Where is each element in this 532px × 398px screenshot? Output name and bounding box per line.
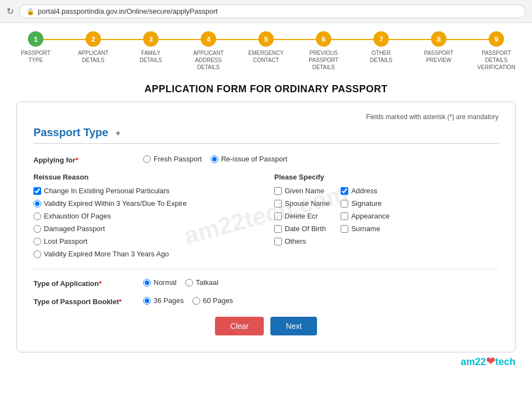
reissue-passport-label: Re-issue of Passport bbox=[221, 155, 287, 163]
url-text: portal4.passportindia.gov.in/Online/secu… bbox=[38, 7, 218, 15]
brand-tech: tech bbox=[495, 356, 516, 367]
specify-address-option[interactable]: Address bbox=[341, 187, 389, 195]
step-label-7: OTHER DETAILS bbox=[362, 49, 400, 64]
step-1: 1PASSPORT TYPE bbox=[16, 31, 55, 64]
step-8: 8PASSPORT PREVIEW bbox=[420, 31, 458, 64]
36pages-option[interactable]: 36 Pages bbox=[143, 296, 184, 305]
fresh-passport-radio[interactable] bbox=[143, 155, 151, 163]
step-circle-7: 7 bbox=[373, 31, 389, 47]
applying-for-label: Applying for* bbox=[33, 155, 132, 164]
step-9: 9PASSPORT DETAILS VERIFICATION bbox=[477, 31, 516, 71]
normal-option[interactable]: Normal bbox=[143, 278, 177, 287]
specify-delete-ecr-checkbox[interactable] bbox=[274, 212, 282, 220]
step-5: 5EMERGENCY CONTACT bbox=[247, 31, 285, 64]
specify-spouse-name-option[interactable]: Spouse Name bbox=[274, 199, 330, 208]
reissue-validity3plus-label: Validity Expired More Than 3 Years Ago bbox=[44, 250, 169, 258]
reissue-section: Reissue Reason Change In Existing Person… bbox=[33, 173, 499, 258]
next-button[interactable]: Next bbox=[270, 317, 317, 335]
type-application-row: Type of Application* Normal Tatkaal bbox=[33, 278, 499, 288]
reissue-damaged-radio[interactable] bbox=[33, 225, 41, 233]
reissue-validity3-label: Validity Expired Within 3 Years/Due To E… bbox=[44, 199, 186, 208]
form-card: Fields marked with asterisk (*) are mand… bbox=[16, 102, 516, 352]
step-circle-1: 1 bbox=[28, 31, 43, 47]
step-label-6: PREVIOUS PASSPORT DETAILS bbox=[304, 49, 343, 71]
specify-given-name-option[interactable]: Given Name bbox=[274, 187, 330, 195]
browser-bar: ↻ 🔒 portal4.passportindia.gov.in/Online/… bbox=[0, 0, 532, 23]
tatkaal-radio[interactable] bbox=[185, 279, 193, 287]
branding: am22❤tech bbox=[0, 352, 532, 372]
specify-date-of-birth-checkbox[interactable] bbox=[274, 225, 282, 233]
reissue-validity3-option[interactable]: Validity Expired Within 3 Years/Due To E… bbox=[33, 199, 258, 208]
specify-spouse-name-label: Spouse Name bbox=[285, 199, 330, 208]
step-3: 3FAMILY DETAILS bbox=[132, 31, 170, 64]
step-label-9: PASSPORT DETAILS VERIFICATION bbox=[477, 49, 516, 71]
specify-surname-label: Surname bbox=[351, 225, 380, 233]
reissue-change-option[interactable]: Change In Existing Personal Particulars bbox=[33, 187, 258, 195]
specify-appearance-label: Appearance bbox=[351, 212, 389, 220]
mandatory-note: Fields marked with asterisk (*) are mand… bbox=[33, 113, 499, 121]
60pages-label: 60 Pages bbox=[203, 296, 233, 305]
reissue-validity3plus-radio[interactable] bbox=[33, 250, 41, 258]
reissue-passport-radio[interactable] bbox=[211, 155, 218, 163]
reissue-damaged-option[interactable]: Damaged Passport bbox=[33, 225, 258, 233]
specify-spouse-name-checkbox[interactable] bbox=[274, 200, 282, 208]
reissue-lost-radio[interactable] bbox=[33, 238, 41, 245]
reissue-passport-option[interactable]: Re-issue of Passport bbox=[211, 155, 287, 163]
specify-address-checkbox[interactable] bbox=[341, 187, 348, 195]
reissue-validity3plus-option[interactable]: Validity Expired More Than 3 Years Ago bbox=[33, 250, 258, 258]
please-specify-column: Please Specify Given Name Spouse Name bbox=[274, 173, 499, 258]
reissue-lost-option[interactable]: Lost Passport bbox=[33, 237, 258, 245]
steps-track: 1PASSPORT TYPE2APPLICANT DETAILS3FAMILY … bbox=[11, 31, 521, 71]
step-4: 4APPLICANT ADDRESS DETAILS bbox=[189, 31, 228, 71]
normal-label: Normal bbox=[154, 278, 177, 287]
specify-address-label: Address bbox=[351, 187, 377, 195]
specify-others-label: Others bbox=[285, 237, 306, 245]
page-title: APPLICATION FORM FOR ORDINARY PASSPORT bbox=[0, 74, 532, 102]
reissue-reason-heading: Reissue Reason bbox=[33, 173, 258, 181]
reissue-damaged-label: Damaged Passport bbox=[44, 225, 105, 233]
reissue-reason-column: Reissue Reason Change In Existing Person… bbox=[33, 173, 258, 258]
specify-date-of-birth-option[interactable]: Date Of Birth bbox=[274, 225, 330, 233]
specify-date-of-birth-label: Date Of Birth bbox=[285, 225, 326, 233]
specify-others-checkbox[interactable] bbox=[274, 238, 282, 245]
clear-button[interactable]: Clear bbox=[215, 317, 264, 335]
reissue-exhaustion-label: Exhaustion Of Pages bbox=[44, 212, 111, 220]
specify-appearance-option[interactable]: Appearance bbox=[341, 212, 389, 220]
button-row: Clear Next bbox=[33, 317, 499, 335]
section-title: Passport Type ✦ bbox=[33, 126, 499, 144]
specify-surname-option[interactable]: Surname bbox=[341, 225, 389, 233]
specify-signature-label: Signature bbox=[351, 199, 382, 208]
specify-signature-checkbox[interactable] bbox=[341, 200, 348, 208]
lock-icon: 🔒 bbox=[26, 8, 35, 15]
60pages-option[interactable]: 60 Pages bbox=[193, 296, 233, 305]
specify-signature-option[interactable]: Signature bbox=[341, 199, 389, 208]
step-label-2: APPLICANT DETAILS bbox=[74, 49, 112, 64]
please-specify-heading: Please Specify bbox=[274, 173, 499, 181]
reissue-exhaustion-radio[interactable] bbox=[33, 212, 41, 220]
36pages-label: 36 Pages bbox=[154, 296, 184, 305]
specify-delete-ecr-label: Delete Ecr bbox=[285, 212, 318, 220]
step-6: 6PREVIOUS PASSPORT DETAILS bbox=[304, 31, 343, 71]
reissue-exhaustion-option[interactable]: Exhaustion Of Pages bbox=[33, 212, 258, 220]
specify-given-name-checkbox[interactable] bbox=[274, 187, 282, 195]
specify-delete-ecr-option[interactable]: Delete Ecr bbox=[274, 212, 330, 220]
step-label-3: FAMILY DETAILS bbox=[132, 49, 170, 64]
specify-surname-checkbox[interactable] bbox=[341, 225, 348, 233]
reissue-reason-options: Change In Existing Personal Particulars … bbox=[33, 187, 258, 258]
normal-radio[interactable] bbox=[143, 279, 151, 287]
specify-others-option[interactable]: Others bbox=[274, 237, 330, 245]
reissue-change-checkbox[interactable] bbox=[33, 187, 41, 195]
url-bar: 🔒 portal4.passportindia.gov.in/Online/se… bbox=[19, 4, 525, 18]
specify-appearance-checkbox[interactable] bbox=[341, 212, 348, 220]
60pages-radio[interactable] bbox=[193, 297, 200, 305]
type-application-controls: Normal Tatkaal bbox=[143, 278, 218, 287]
divider bbox=[33, 269, 499, 270]
refresh-icon[interactable]: ↻ bbox=[7, 6, 14, 16]
reissue-validity3-radio[interactable] bbox=[33, 200, 41, 208]
tatkaal-option[interactable]: Tatkaal bbox=[185, 278, 218, 287]
steps-container: 1PASSPORT TYPE2APPLICANT DETAILS3FAMILY … bbox=[0, 23, 532, 74]
specify-columns: Given Name Spouse Name Delete Ecr D bbox=[274, 187, 499, 245]
36pages-radio[interactable] bbox=[143, 297, 151, 305]
step-circle-9: 9 bbox=[489, 31, 504, 47]
fresh-passport-option[interactable]: Fresh Passport bbox=[143, 155, 202, 163]
